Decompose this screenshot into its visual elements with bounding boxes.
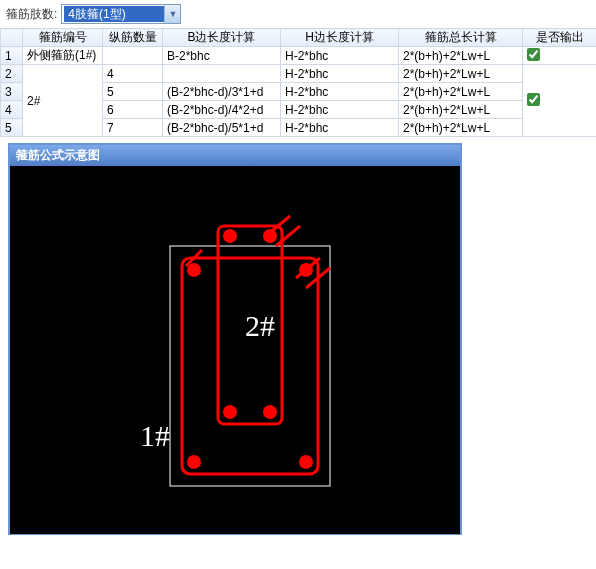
rebar-dot	[223, 405, 237, 419]
table-row: 1 外侧箍筋(1#) B-2*bhc H-2*bhc 2*(b+h)+2*Lw+…	[1, 47, 597, 65]
rebar-dot	[187, 263, 201, 277]
cell-total[interactable]: 2*(b+h)+2*Lw+L	[399, 101, 523, 119]
cell-bcalc[interactable]: (B-2*bhc-d)/5*1+d	[163, 119, 281, 137]
table-row: 2 2# 4 H-2*bhc 2*(b+h)+2*Lw+L	[1, 65, 597, 83]
stirrup-limb-label: 箍筋肢数:	[6, 6, 57, 23]
row-index[interactable]: 5	[1, 119, 23, 137]
header-bcalc[interactable]: B边长度计算	[163, 29, 281, 47]
header-total[interactable]: 箍筋总长计算	[399, 29, 523, 47]
cell-bcalc[interactable]	[163, 65, 281, 83]
rebar-dot	[263, 229, 277, 243]
cell-bcalc[interactable]: (B-2*bhc-d)/3*1+d	[163, 83, 281, 101]
stirrup-limb-value: 4肢箍(1型)	[64, 6, 164, 22]
diagram-panel: 箍筋公式示意图 2# 1	[8, 143, 462, 535]
row-index[interactable]: 4	[1, 101, 23, 119]
cell-count[interactable]: 6	[103, 101, 163, 119]
stirrup-diagram-svg: 2# 1#	[10, 166, 460, 534]
diagram-body: 2# 1#	[10, 166, 460, 534]
cell-output[interactable]	[523, 65, 597, 137]
rebar-dot	[299, 263, 313, 277]
cell-total[interactable]: 2*(b+h)+2*Lw+L	[399, 83, 523, 101]
cell-total[interactable]: 2*(b+h)+2*Lw+L	[399, 65, 523, 83]
rebar-dot	[263, 405, 277, 419]
cell-bcalc[interactable]: B-2*bhc	[163, 47, 281, 65]
cell-bcalc[interactable]: (B-2*bhc-d)/4*2+d	[163, 101, 281, 119]
output-checkbox[interactable]	[527, 48, 540, 61]
cell-hcalc[interactable]: H-2*bhc	[281, 65, 399, 83]
rebar-dot	[187, 455, 201, 469]
row-index[interactable]: 1	[1, 47, 23, 65]
header-hcalc[interactable]: H边长度计算	[281, 29, 399, 47]
cell-hcalc[interactable]: H-2*bhc	[281, 101, 399, 119]
stirrup-table[interactable]: 箍筋编号 纵筋数量 B边长度计算 H边长度计算 箍筋总长计算 是否输出 1 外侧…	[0, 28, 596, 137]
header-num[interactable]: 箍筋编号	[23, 29, 103, 47]
column-outline	[170, 246, 330, 486]
cell-count[interactable]: 4	[103, 65, 163, 83]
table-header-row: 箍筋编号 纵筋数量 B边长度计算 H边长度计算 箍筋总长计算 是否输出	[1, 29, 597, 47]
rebar-dot	[223, 229, 237, 243]
cell-output[interactable]	[523, 47, 597, 65]
cell-num[interactable]: 2#	[23, 65, 103, 137]
row-index[interactable]: 3	[1, 83, 23, 101]
cell-hcalc[interactable]: H-2*bhc	[281, 119, 399, 137]
outer-stirrup-label: 1#	[140, 419, 170, 452]
rebar-dot	[299, 455, 313, 469]
cell-hcalc[interactable]: H-2*bhc	[281, 47, 399, 65]
inner-stirrup-label: 2#	[245, 309, 275, 342]
cell-count[interactable]: 5	[103, 83, 163, 101]
cell-total[interactable]: 2*(b+h)+2*Lw+L	[399, 47, 523, 65]
cell-count[interactable]: 7	[103, 119, 163, 137]
header-output[interactable]: 是否输出	[523, 29, 597, 47]
chevron-down-icon: ▼	[164, 5, 180, 23]
row-index[interactable]: 2	[1, 65, 23, 83]
cell-num[interactable]: 外侧箍筋(1#)	[23, 47, 103, 65]
output-checkbox[interactable]	[527, 93, 540, 106]
header-count[interactable]: 纵筋数量	[103, 29, 163, 47]
cell-hcalc[interactable]: H-2*bhc	[281, 83, 399, 101]
outer-stirrup	[182, 258, 318, 474]
cell-count[interactable]	[103, 47, 163, 65]
diagram-title: 箍筋公式示意图	[10, 145, 460, 166]
header-blank[interactable]	[1, 29, 23, 47]
stirrup-limb-select[interactable]: 4肢箍(1型) ▼	[61, 4, 181, 24]
cell-total[interactable]: 2*(b+h)+2*Lw+L	[399, 119, 523, 137]
